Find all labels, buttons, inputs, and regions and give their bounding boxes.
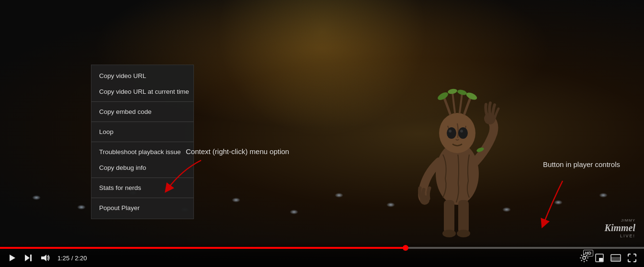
next-icon	[24, 254, 33, 262]
svg-point-8	[439, 113, 475, 153]
menu-item-troubleshoot[interactable]: Troubleshoot playback issue	[91, 144, 193, 160]
menu-divider-1	[91, 101, 193, 102]
menu-item-copy-debug[interactable]: Copy debug info	[91, 160, 193, 176]
svg-point-14	[447, 88, 457, 94]
context-menu: Copy video URL Copy video URL at current…	[91, 65, 194, 219]
fullscreen-button[interactable]	[626, 253, 638, 263]
progress-knob	[403, 245, 408, 251]
settings-button[interactable]: HD	[578, 253, 590, 263]
svg-marker-18	[10, 255, 15, 261]
theater-button[interactable]	[609, 253, 623, 263]
play-button[interactable]	[6, 253, 18, 263]
video-player: JIMMY Kimmel LIVE! Copy video URL Copy v…	[0, 0, 644, 267]
controls-row: 1:25 / 2:20 HD	[0, 253, 644, 267]
miniplayer-icon	[595, 254, 604, 262]
svg-rect-24	[599, 258, 603, 261]
svg-point-9	[447, 127, 456, 139]
right-controls: HD	[578, 253, 638, 263]
menu-item-stats-nerds[interactable]: Stats for nerds	[91, 180, 193, 196]
menu-divider-2	[91, 122, 193, 122]
menu-item-loop[interactable]: Loop	[91, 124, 193, 140]
hd-badge: HD	[583, 250, 593, 256]
groot-character	[405, 59, 510, 241]
svg-point-10	[458, 127, 468, 139]
svg-rect-1	[444, 200, 454, 234]
time-display: 1:25 / 2:20	[57, 255, 87, 262]
theater-icon	[610, 254, 621, 262]
menu-item-popout[interactable]: Popout Player	[91, 200, 193, 216]
menu-divider-3	[91, 142, 193, 142]
menu-item-copy-url-time[interactable]: Copy video URL at current time	[91, 84, 193, 100]
svg-point-3	[442, 230, 456, 237]
progress-fill	[0, 247, 406, 249]
fullscreen-icon	[628, 254, 636, 262]
menu-item-copy-url[interactable]: Copy video URL	[91, 68, 193, 84]
menu-divider-5	[91, 198, 193, 198]
svg-marker-21	[41, 255, 46, 261]
volume-icon	[40, 254, 50, 262]
svg-point-12	[460, 130, 463, 133]
next-button[interactable]	[22, 253, 34, 263]
menu-item-copy-embed[interactable]: Copy embed code	[91, 104, 193, 120]
svg-point-11	[449, 130, 452, 133]
svg-point-4	[457, 230, 470, 237]
miniplayer-button[interactable]	[593, 253, 606, 263]
play-icon	[8, 254, 16, 262]
svg-marker-19	[25, 255, 30, 261]
menu-divider-4	[91, 178, 193, 178]
volume-button[interactable]	[38, 253, 52, 263]
svg-point-16	[465, 91, 478, 101]
svg-point-22	[583, 256, 586, 259]
player-controls-bar: 1:25 / 2:20 HD	[0, 242, 644, 267]
svg-rect-20	[30, 255, 32, 261]
svg-point-13	[437, 91, 450, 101]
svg-rect-26	[611, 257, 621, 261]
svg-rect-2	[458, 200, 469, 234]
progress-bar[interactable]	[0, 247, 644, 249]
